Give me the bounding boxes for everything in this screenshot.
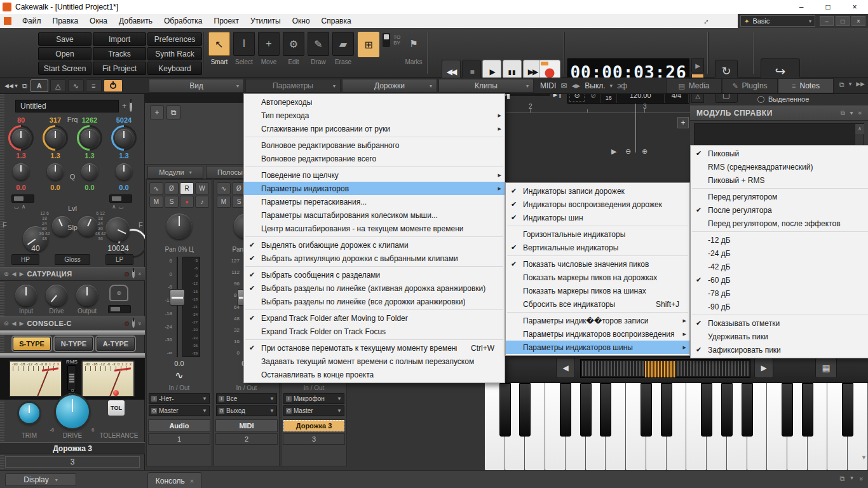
menu-item[interactable]: Перед регулятором, после эффектов bbox=[691, 217, 868, 230]
menu-item[interactable]: ✔Пиковый bbox=[691, 147, 868, 160]
map-visible-window[interactable] bbox=[645, 361, 675, 377]
metronome-small-icon[interactable]: △ bbox=[50, 79, 66, 92]
black-key[interactable] bbox=[580, 383, 592, 437]
menu-item[interactable]: -42 дБ bbox=[691, 260, 868, 273]
snap-button[interactable]: ⊞ bbox=[358, 32, 379, 57]
display-dropdown[interactable]: Display ▾ bbox=[5, 473, 76, 486]
view-dropdown-Параметры[interactable]: Параметры▾ bbox=[245, 79, 341, 93]
toolbar-button-keyboard[interactable]: Keyboard bbox=[147, 62, 202, 75]
menu-item[interactable]: Параметры индик��торов записи▶ bbox=[506, 314, 689, 327]
keyboard-overview-map[interactable] bbox=[580, 359, 750, 378]
collapse-module-icon[interactable]: » bbox=[136, 322, 142, 325]
octave-right-button[interactable]: ▶ bbox=[754, 358, 773, 378]
menu-item[interactable]: Параметры перетаскивания... bbox=[244, 195, 505, 208]
timeline-add-button[interactable]: + bbox=[677, 117, 689, 128]
fader-handle[interactable] bbox=[170, 289, 185, 306]
menu-item[interactable]: Удерживать пики bbox=[691, 330, 868, 343]
collapse-icon[interactable]: » bbox=[857, 477, 865, 480]
power-icon[interactable] bbox=[130, 102, 132, 111]
waveform-display-icon[interactable]: ∿ bbox=[68, 79, 84, 92]
menu-item[interactable]: ✔Индикаторы шин bbox=[506, 211, 689, 224]
saturation-knob-drive[interactable] bbox=[46, 285, 67, 306]
menu-item[interactable]: Сбросить все индикаторыShift+J bbox=[506, 297, 689, 311]
zoom-in-icon[interactable]: ⊕ bbox=[642, 147, 648, 156]
dock-icon[interactable]: ⧉ bbox=[841, 109, 846, 117]
marks-icon[interactable]: ⚑ bbox=[403, 32, 424, 56]
menu-item[interactable]: Выбрать разделы по линейке (все дорожки … bbox=[244, 295, 505, 308]
menu-item[interactable]: Задавать текущий момент времени с полным… bbox=[244, 355, 505, 368]
write-automation-button[interactable]: W bbox=[195, 182, 209, 194]
saturation-knob-output[interactable] bbox=[76, 285, 98, 306]
black-key[interactable] bbox=[701, 383, 712, 437]
menu-item[interactable]: Останавливать в конце проекта bbox=[244, 368, 505, 381]
mdi-minimize-icon[interactable]: – bbox=[820, 16, 834, 26]
view-dropdown-Дорожки[interactable]: Дорожки▾ bbox=[342, 79, 437, 93]
black-key[interactable] bbox=[802, 383, 813, 437]
eq-preset-name[interactable]: Untitled bbox=[15, 100, 119, 112]
prev-module-icon[interactable]: ◀ bbox=[12, 271, 17, 277]
tab-plugins[interactable]: ✎PlugIns bbox=[722, 78, 778, 93]
octave-left-button[interactable]: ◀ bbox=[556, 358, 575, 378]
mdi-restore-icon[interactable]: □ bbox=[836, 16, 850, 26]
lp-freq-knob[interactable] bbox=[105, 217, 130, 241]
hp-button[interactable]: HP bbox=[11, 254, 39, 265]
menu-item[interactable]: Перед регулятором bbox=[691, 190, 868, 203]
phase-button[interactable]: Ø bbox=[165, 182, 179, 194]
snap-toggle-switch[interactable] bbox=[383, 33, 390, 47]
menu-item[interactable]: Expand Track Folder on Track Focus bbox=[244, 325, 505, 338]
collapse-icon[interactable]: » bbox=[856, 111, 864, 114]
audio-engine-arrows-icon[interactable]: ◀▶ bbox=[571, 83, 580, 89]
menu-item[interactable]: Центр масштабирования - на текущем момен… bbox=[244, 222, 505, 235]
record-arm-button[interactable]: ● bbox=[180, 196, 194, 208]
add-track-button[interactable]: + bbox=[150, 105, 164, 119]
modules-dropdown[interactable]: Модули ▾ bbox=[147, 166, 203, 179]
menu-item[interactable]: -78 дБ bbox=[691, 287, 868, 300]
menu-item[interactable]: Параметры масштабирования колесиком мыши… bbox=[244, 208, 505, 222]
menu-item[interactable]: ✔Выбрать сообщения с разделами bbox=[244, 268, 505, 281]
menu-item[interactable]: -12 дБ bbox=[691, 233, 868, 247]
black-key[interactable] bbox=[742, 383, 753, 437]
input-dropdown[interactable]: IМикрофон▼ bbox=[283, 393, 344, 404]
black-key[interactable] bbox=[499, 383, 511, 437]
minimize-icon[interactable]: – bbox=[788, 0, 815, 14]
menu-item[interactable]: -90 дБ bbox=[691, 300, 868, 313]
tool-erase[interactable]: ▰Erase bbox=[332, 32, 355, 65]
track-name-display-icon[interactable]: A bbox=[31, 79, 48, 92]
output-dropdown[interactable]: OMaster▼ bbox=[149, 405, 210, 416]
add-module-icon[interactable]: + bbox=[122, 102, 126, 111]
toolbar-button-import[interactable]: Import bbox=[93, 32, 146, 46]
menu-item[interactable]: Параметры индикаторов шины▶ bbox=[506, 341, 689, 354]
menu-item[interactable]: Горизонтальные индикаторы bbox=[506, 227, 689, 241]
black-key[interactable] bbox=[721, 383, 733, 437]
black-key[interactable] bbox=[600, 383, 611, 437]
mute-button[interactable]: M bbox=[217, 196, 231, 208]
menu-item[interactable]: -24 дБ bbox=[691, 247, 868, 260]
trim-knob[interactable] bbox=[19, 403, 39, 423]
export-option-Выделенное[interactable]: Выделенное bbox=[757, 95, 809, 103]
hp-enable-toggle[interactable] bbox=[11, 194, 34, 203]
menu-item[interactable]: Сглаживание при рисовании от руки▶ bbox=[244, 122, 505, 135]
menubar-item-Окно[interactable]: Окно bbox=[287, 14, 316, 28]
console-type-s-type[interactable]: S-TYPE bbox=[13, 337, 51, 351]
next-module-icon[interactable]: ▶ bbox=[19, 271, 24, 277]
menu-item[interactable]: Волновое редактирование выбранного bbox=[244, 139, 505, 152]
power-icon[interactable] bbox=[132, 271, 135, 277]
collapse-module-icon[interactable]: » bbox=[136, 272, 142, 275]
tab-console[interactable]: Консоль × bbox=[147, 472, 202, 488]
track-folder-icon[interactable]: ⧉ bbox=[166, 105, 180, 119]
mdi-close-icon[interactable]: × bbox=[851, 16, 865, 26]
toolbar-button-fit-project[interactable]: Fit Project bbox=[93, 62, 146, 75]
menubar-item-Обработка[interactable]: Обработка bbox=[158, 14, 208, 28]
collapse-left-icon[interactable]: ◀◀ ▾ bbox=[3, 79, 19, 92]
pan-knob[interactable] bbox=[166, 214, 192, 239]
tol-button[interactable]: TOL bbox=[108, 400, 125, 416]
menu-item[interactable]: ✔Вертикальные индикаторы bbox=[506, 241, 689, 254]
tool-smart[interactable]: ↖Smart bbox=[208, 32, 231, 65]
toolbar-button-synth-rack[interactable]: Synth Rack bbox=[147, 47, 202, 60]
snap-to-by-toggle[interactable]: TO BY bbox=[383, 33, 402, 47]
menubar-item-Проект[interactable]: Проект bbox=[208, 14, 245, 28]
scroll-down-icon[interactable]: ▼ bbox=[861, 454, 867, 461]
console-type-n-type[interactable]: N-TYPE bbox=[55, 337, 93, 351]
power-icon[interactable] bbox=[104, 79, 123, 92]
tool-draw[interactable]: ✎Draw bbox=[307, 32, 330, 65]
